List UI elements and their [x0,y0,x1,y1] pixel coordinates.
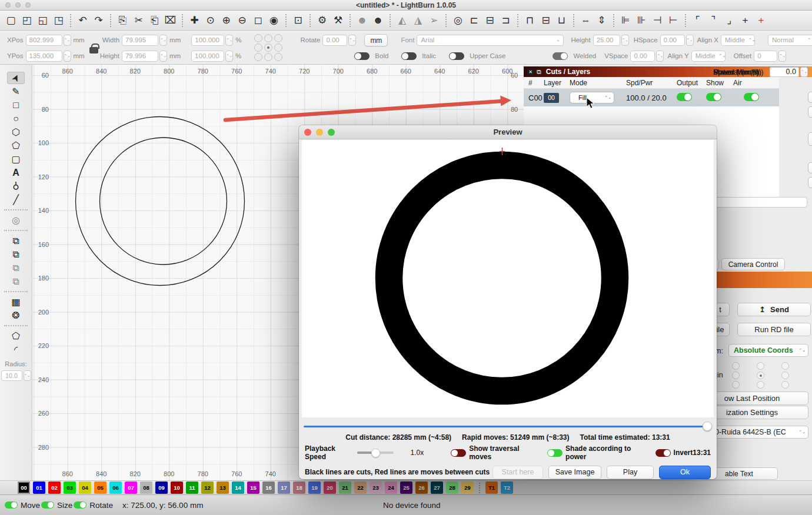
text-height-field[interactable]: 25.00 [593,35,620,46]
italic-toggle[interactable] [401,52,417,60]
palette-swatch[interactable]: 12 [201,481,214,494]
frame-selection-icon[interactable]: ◻ [252,15,264,25]
undo-icon[interactable]: ↶ [76,15,89,25]
palette-swatch[interactable]: 05 [94,481,107,494]
rectangle-tool[interactable]: □ [7,99,25,111]
palette-swatch[interactable]: 25 [400,481,412,494]
flip-vertical-icon[interactable]: ◮ [412,15,424,25]
units-button[interactable]: mm [364,34,388,46]
start-here-button[interactable]: Start here [492,466,543,479]
move-layer-up-button[interactable]: ︿ [808,92,812,103]
zoom-in-icon[interactable]: ⊕ [220,15,232,25]
save-image-button[interactable]: Save Image [548,466,601,479]
boolean-subtract-tool[interactable]: ⧉ [7,262,25,274]
push-right-icon[interactable]: ⊢ [667,15,680,25]
palette-swatch[interactable]: 27 [431,481,443,494]
offset-shapes-tool[interactable]: ◎ [7,214,25,226]
font-dropdown[interactable]: Arial⌄ [417,35,564,46]
layer-name-field[interactable] [705,197,807,208]
paste-icon[interactable]: ⎗ [148,15,161,25]
rounded-rectangle-tool[interactable]: ▢ [7,153,25,165]
palette-swatch[interactable]: 29 [461,481,474,494]
align-left-icon[interactable]: ⊏ [468,15,480,25]
shade-power-toggle[interactable] [547,449,563,457]
close-panel-icon[interactable]: ✕ [527,68,534,76]
move-to-lower-right-icon[interactable]: ⌟ [723,15,736,25]
send-to-back-icon[interactable]: ➢ [428,15,440,25]
delete-layer-button[interactable] [808,132,812,146]
pan-icon[interactable]: ✚ [188,15,201,25]
close-dialog-icon[interactable] [304,129,311,136]
preview-progress-slider[interactable] [304,422,712,431]
boolean-union-tool[interactable]: ⧉ [7,248,25,260]
invert-toggle[interactable] [655,449,671,457]
palette-swatch[interactable]: 19 [308,481,321,494]
output-toggle[interactable] [677,93,692,101]
playback-speed-slider[interactable] [357,452,394,454]
circular-array-tool[interactable]: ❂ [7,309,25,322]
vspace-stepper[interactable]: ⌃⌄ [656,51,664,62]
palette-swatch[interactable]: 16 [262,481,275,494]
show-toggle[interactable] [706,93,721,101]
ok-button[interactable]: Ok [659,466,711,479]
palette-swatch[interactable]: 03 [64,481,76,494]
setting-field[interactable]: 0.0 [770,67,799,77]
air-toggle[interactable] [744,93,759,101]
cut-icon[interactable]: ✂ [132,15,145,25]
play-button[interactable]: Play [607,466,654,479]
offset-stepper[interactable]: ⌃⌄ [778,51,786,62]
width-percent-field[interactable]: 100.000 [191,35,224,46]
import-icon[interactable]: ◳ [52,15,65,25]
camera-capture-icon[interactable]: ◉ [268,15,280,25]
anchor-point-grid[interactable] [254,34,283,61]
popout-panel-icon[interactable]: ⧉ [537,68,541,76]
select-tool[interactable]: ➤ [7,72,25,84]
radius-stepper[interactable]: ⌃⌄ [24,370,31,381]
width-percent-stepper[interactable]: ⌃⌄ [225,35,233,46]
style-dropdown[interactable]: Normal⌃⌄ [768,35,812,46]
tab-camera-control[interactable]: Camera Control [721,258,785,270]
setting-stepper[interactable]: ⌃⌄ [800,67,808,77]
aligny-dropdown[interactable]: Middle⌃⌄ [691,51,726,62]
push-left-icon[interactable]: ⊣ [651,15,664,25]
focus-icon[interactable]: ◎ [452,15,464,25]
text-tool[interactable]: A [7,166,25,179]
width-stepper[interactable]: ⌃⌄ [159,35,167,46]
palette-swatch[interactable]: 10 [171,481,183,494]
device-dropdown[interactable]: 0-Ruida 6442S-B (EC⌃⌄ [710,426,808,439]
palette-swatch[interactable]: T1 [485,481,498,494]
distribute-v-icon[interactable]: ⇕ [595,15,608,25]
position-laser-tool[interactable]: ⚲ [7,180,25,192]
draw-lines-tool[interactable]: ✎ [7,85,25,98]
palette-swatch[interactable]: 14 [232,481,244,494]
text-height-stepper[interactable]: ⌃⌄ [621,35,629,46]
palette-swatch[interactable]: 07 [125,481,137,494]
device-settings-icon[interactable]: ⚒ [332,15,344,25]
hspace-stepper[interactable]: ⌃⌄ [686,35,694,46]
radius-field[interactable]: 10.0 [1,370,22,381]
palette-swatch[interactable]: 04 [79,481,91,494]
bold-toggle[interactable] [354,52,370,60]
status-toggle[interactable] [74,501,86,509]
palette-swatch[interactable]: 26 [415,481,428,494]
move-to-center-icon[interactable]: + [739,15,751,25]
palette-swatch[interactable]: 08 [140,481,152,494]
offset-field[interactable]: 0 [754,51,777,62]
layer-color-badge[interactable]: 00 [544,93,559,103]
new-file-icon[interactable]: ▢ [5,15,17,25]
height-percent-field[interactable]: 100.000 [191,51,224,62]
height-stepper[interactable]: ⌃⌄ [159,51,167,62]
palette-swatch[interactable]: 28 [446,481,458,494]
xpos-stepper[interactable]: ⌃⌄ [64,35,71,46]
uppercase-toggle[interactable] [449,52,464,60]
distribute-h-icon[interactable]: ⇔ [580,15,592,25]
redo-icon[interactable]: ↷ [92,15,105,25]
status-toggle[interactable] [41,501,54,509]
settings-gear-icon[interactable]: ⚙ [316,15,328,25]
progress-slider-handle[interactable] [703,422,712,431]
job-origin-grid[interactable] [732,362,806,389]
layer-row[interactable]: C00 00 Fill⌃⌄ 100.0 / 20.0 [524,89,779,106]
panel-back-button[interactable]: ‹ [808,177,812,188]
palette-swatch[interactable]: 13 [217,481,229,494]
zoom-out-icon[interactable]: ⊖ [236,15,248,25]
